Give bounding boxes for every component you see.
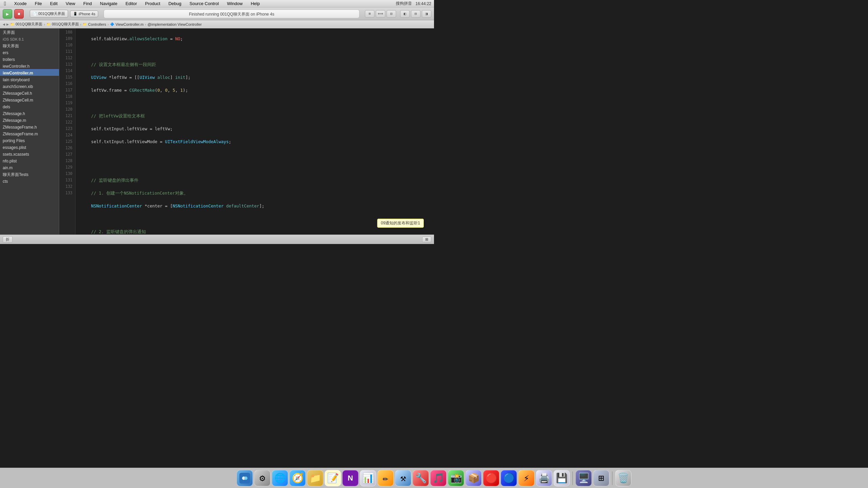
menu-file[interactable]: File: [34, 1, 43, 6]
menu-find[interactable]: Find: [82, 1, 93, 6]
menu-source-control[interactable]: Source Control: [188, 1, 220, 6]
code-line-114: // 把leftVw设置给文本框: [81, 113, 434, 119]
code-line-108: self.tableView.allowsSelection = NO;: [81, 36, 434, 42]
main-area: 天界面 iOS SDK 8.1 聊天界面 ers trollers iewCon…: [0, 28, 434, 235]
menu-help[interactable]: Help: [249, 1, 261, 6]
sidebar-item-viewcontrollerm[interactable]: iewController.m: [0, 69, 59, 76]
menu-edit[interactable]: Edit: [49, 1, 59, 6]
sidebar-item-1[interactable]: 天界面: [0, 28, 59, 35]
breadcrumb-controllers[interactable]: Controllers: [88, 22, 106, 26]
file-navigator: 天界面 iOS SDK 8.1 聊天界面 ers trollers iewCon…: [0, 28, 59, 235]
code-line-121: NSNotificationCenter *center = [NSNotifi…: [81, 203, 434, 209]
sidebar-item-porting[interactable]: porting Files: [0, 137, 59, 143]
breadcrumb: ◀ ▶ 📁 001QQ聊天界面 › 📁 001QQ聊天界面 › 📁 Contro…: [0, 20, 434, 28]
device-selector[interactable]: 📱 iPhone 4s: [70, 10, 98, 17]
sidebar-item-zmessageh[interactable]: ZMessage.h: [0, 110, 59, 116]
menubar:  Xcode File Edit View Find Navigate Edi…: [0, 0, 434, 7]
menu-navigate[interactable]: Navigate: [99, 1, 118, 6]
code-line-111: UIView *leftVw = [[UIView alloc] init];: [81, 74, 434, 81]
menu-window[interactable]: Window: [225, 1, 244, 6]
line-numbers: 108 109 110 111 112 113 114 115 116 117 …: [59, 28, 75, 235]
sidebar-item-2[interactable]: iOS SDK 8.1: [0, 35, 59, 42]
code-line-109: [81, 48, 434, 55]
breadcrumb-file[interactable]: ViewController.m: [115, 22, 144, 26]
code-line-116: self.txtInput.leftViewMode = UITextField…: [81, 138, 434, 145]
sidebar-item-4[interactable]: ers: [0, 49, 59, 56]
system-time: 16:44:22: [415, 1, 431, 6]
breadcrumb-project[interactable]: 001QQ聊天界面: [16, 22, 42, 27]
scheme-selector[interactable]: 📄 001QQ聊天界面: [30, 10, 68, 18]
sidebar-item-mainstoryboard[interactable]: Iain storyboard: [0, 76, 59, 83]
toggle-navigator[interactable]: ◧: [400, 10, 410, 18]
sidebar-item-assets[interactable]: ssets.xcassets: [0, 150, 59, 157]
toggle-debug-area[interactable]: ⊟: [411, 10, 420, 18]
sidebar-item-trollers[interactable]: trollers: [0, 56, 59, 62]
menu-debug[interactable]: Debug: [167, 1, 182, 6]
sidebar-item-zmessagem[interactable]: ZMessage.m: [0, 116, 59, 123]
statusbar-left-btn[interactable]: 折: [3, 236, 13, 243]
input-method-indicator[interactable]: 搜狗拼音: [396, 1, 412, 6]
sidebar-item-3[interactable]: 聊天界面: [0, 42, 59, 49]
sidebar-item-cts[interactable]: cts: [0, 177, 59, 184]
menu-product[interactable]: Product: [144, 1, 162, 6]
menu-view[interactable]: View: [64, 1, 77, 6]
code-editor-area: 108 109 110 111 112 113 114 115 116 117 …: [59, 28, 434, 235]
code-line-113: [81, 100, 434, 106]
sidebar-item-messages-plist[interactable]: essages.plist: [0, 143, 59, 150]
code-line-110: // 设置文本框最左侧有一段间距: [81, 61, 434, 68]
statusbar-right-btn[interactable]: ⊞: [422, 237, 431, 242]
sidebar-item-tests[interactable]: 聊天界面Tests: [0, 171, 59, 177]
sidebar-item-mainm[interactable]: ain.m: [0, 164, 59, 171]
code-line-118: [81, 164, 434, 171]
sidebar-item-infoplist[interactable]: nfo.plist: [0, 157, 59, 164]
editor-toggle-version[interactable]: ⊡: [387, 10, 396, 18]
code-line-120: // 1. 创建一个NSNotificationCenter对象。: [81, 190, 434, 196]
code-line-119: // 监听键盘的弹出事件: [81, 177, 434, 183]
editor-toggle-standard[interactable]: ≡: [365, 10, 374, 18]
play-button[interactable]: ▶: [3, 9, 12, 19]
sidebar-item-viewcontrollerh[interactable]: iewController.h: [0, 62, 59, 69]
sidebar-item-zmessageframeh[interactable]: ZMessageFrame.h: [0, 123, 59, 130]
code-content[interactable]: self.tableView.allowsSelection = NO; // …: [75, 28, 434, 235]
toolbar: ▶ ■ 📄 001QQ聊天界面 📱 iPhone 4s Finished run…: [0, 7, 434, 20]
code-editor: 108 109 110 111 112 113 114 115 116 117 …: [59, 28, 434, 235]
editor-toggle-assistant[interactable]: ⟺: [376, 10, 385, 18]
stop-button[interactable]: ■: [14, 9, 24, 19]
tooltip-overlay: 09通知的发布和监听1: [377, 219, 424, 228]
breadcrumb-group[interactable]: 001QQ聊天界面: [52, 22, 79, 27]
menu-xcode[interactable]: Xcode: [13, 1, 28, 6]
sidebar-item-dels[interactable]: dels: [0, 103, 59, 110]
build-status: Finished running 001QQ聊天界面 on iPhone 4s: [104, 9, 360, 18]
sidebar-item-zmessagecellm[interactable]: ZMessageCell.m: [0, 96, 59, 103]
sidebar-item-launchscreen[interactable]: aunchScreen.xib: [0, 83, 59, 89]
menubar-right: 搜狗拼音 16:44:22: [396, 1, 431, 6]
code-line-112: leftVw.frame = CGRectMake(0, 0, 5, 1);: [81, 87, 434, 93]
breadcrumb-symbol[interactable]: @implementation ViewController: [148, 22, 202, 26]
toggle-inspector[interactable]: ◨: [422, 10, 431, 18]
sidebar-item-zmessageframem[interactable]: ZMessageFrame.m: [0, 130, 59, 137]
menu-editor[interactable]: Editor: [124, 1, 138, 6]
code-line-115: self.txtInput.leftView = leftVw;: [81, 126, 434, 132]
code-line-123: // 2. 监听键盘的弹出通知: [81, 228, 434, 235]
toolbar-right-icons: ≡ ⟺ ⊡ ◧ ⊟ ◨: [365, 10, 431, 18]
apple-menu[interactable]: : [3, 1, 7, 7]
statusbar: 折 ⊞: [0, 235, 434, 244]
code-line-117: [81, 151, 434, 158]
sidebar-item-zmessagecellh[interactable]: ZMessageCell.h: [0, 89, 59, 96]
